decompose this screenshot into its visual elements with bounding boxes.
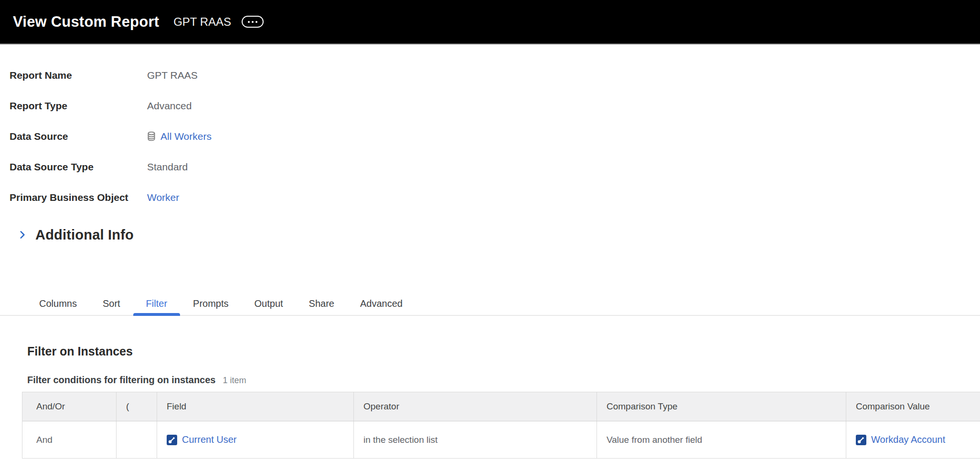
report-name-subtitle: GPT RAAS xyxy=(173,15,231,29)
field-value: GPT RAAS xyxy=(147,70,198,81)
field-row-data-source: Data Source All Workers xyxy=(10,121,980,152)
page-title: View Custom Report xyxy=(13,13,159,31)
report-tab-bar: Columns Sort Filter Prompts Output Share… xyxy=(0,293,980,316)
table-caption-row: Filter conditions for filtering on insta… xyxy=(27,375,980,386)
table-caption: Filter conditions for filtering on insta… xyxy=(27,375,215,386)
field-value: Worker xyxy=(147,192,179,203)
field-label: Report Name xyxy=(10,70,147,81)
column-header-comparison-value: Comparison Value xyxy=(846,392,980,421)
section-title: Filter on Instances xyxy=(27,345,980,358)
ellipsis-dot xyxy=(256,21,257,23)
tab-filter[interactable]: Filter xyxy=(133,293,180,315)
field-row-report-name: Report Name GPT RAAS xyxy=(10,60,980,91)
tab-advanced[interactable]: Advanced xyxy=(347,293,415,315)
tab-share[interactable]: Share xyxy=(296,293,347,315)
ellipsis-dot xyxy=(248,21,250,23)
field-row-primary-business-object: Primary Business Object Worker xyxy=(10,182,980,213)
additional-info-toggle[interactable]: Additional Info xyxy=(0,225,980,244)
tab-output[interactable]: Output xyxy=(242,293,296,315)
column-header-and-or: And/Or xyxy=(22,392,117,421)
field-value: All Workers xyxy=(147,131,212,142)
tab-sort[interactable]: Sort xyxy=(90,293,133,315)
tab-columns[interactable]: Columns xyxy=(26,293,90,315)
field-label: Primary Business Object xyxy=(10,192,147,203)
cell-comparison-value: Workday Account xyxy=(846,421,980,458)
cell-operator: in the selection list xyxy=(354,421,597,458)
item-count-badge: 1 item xyxy=(223,376,246,386)
data-source-link[interactable]: All Workers xyxy=(160,131,212,142)
ellipsis-dot xyxy=(252,21,254,23)
database-icon xyxy=(147,131,156,142)
app-header: View Custom Report GPT RAAS xyxy=(0,0,980,44)
comparison-value-link[interactable]: Workday Account xyxy=(871,434,945,445)
field-label: Report Type xyxy=(10,100,147,112)
cell-and-or: And xyxy=(22,421,117,458)
field-row-report-type: Report Type Advanced xyxy=(10,91,980,121)
chevron-right-icon xyxy=(17,230,28,240)
filter-conditions-table: And/Or ( Field Operator Comparison Type … xyxy=(22,392,980,459)
field-link[interactable]: Current User xyxy=(182,434,236,445)
cell-comparison-type: Value from another field xyxy=(597,421,846,458)
report-summary-fields: Report Name GPT RAAS Report Type Advance… xyxy=(0,60,980,213)
primary-business-object-link[interactable]: Worker xyxy=(147,192,179,203)
filter-on-instances-section: Filter on Instances Filter conditions fo… xyxy=(0,345,980,459)
related-actions-icon xyxy=(856,435,866,445)
field-row-data-source-type: Data Source Type Standard xyxy=(10,152,980,182)
column-header-operator: Operator xyxy=(354,392,597,421)
column-header-field: Field xyxy=(157,392,354,421)
field-label: Data Source Type xyxy=(10,161,147,173)
table-header-row: And/Or ( Field Operator Comparison Type … xyxy=(22,392,980,421)
additional-info-label: Additional Info xyxy=(35,227,134,243)
table-row: And Current User in the selection list V… xyxy=(22,421,980,459)
related-actions-ellipsis-icon[interactable] xyxy=(242,16,264,28)
related-actions-icon xyxy=(167,435,177,445)
column-header-comparison-type: Comparison Type xyxy=(597,392,846,421)
cell-open-paren xyxy=(117,421,157,458)
cell-field: Current User xyxy=(157,421,354,458)
column-header-open-paren: ( xyxy=(117,392,157,421)
field-label: Data Source xyxy=(10,131,147,142)
field-value: Advanced xyxy=(147,100,192,112)
tab-prompts[interactable]: Prompts xyxy=(180,293,241,315)
field-value: Standard xyxy=(147,161,188,173)
